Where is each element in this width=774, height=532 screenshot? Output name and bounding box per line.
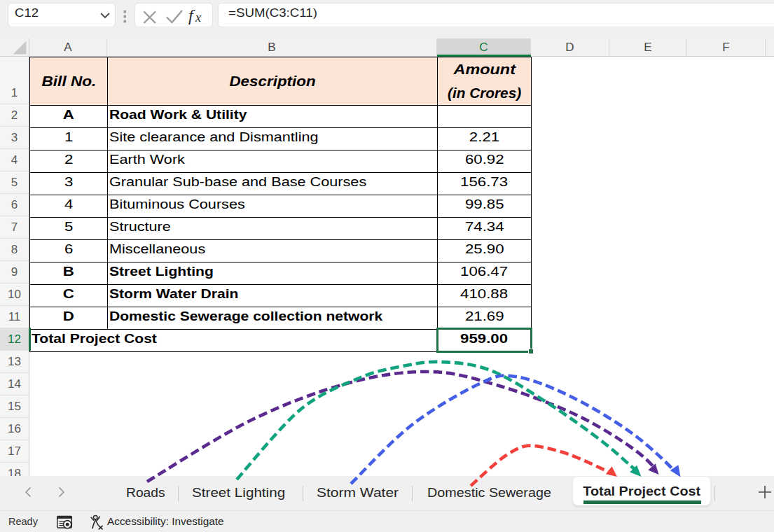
- svg-text:f: f: [188, 6, 195, 24]
- svg-text:x: x: [195, 10, 201, 24]
